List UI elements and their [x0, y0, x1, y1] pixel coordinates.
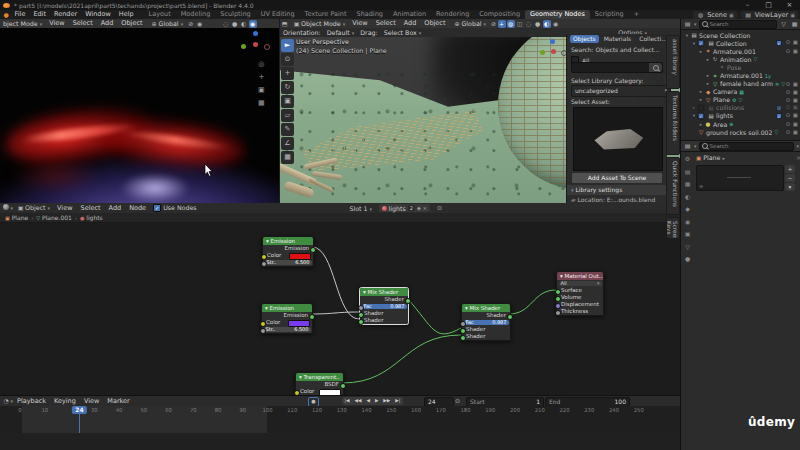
val-input[interactable]: Str..6.500	[265, 260, 312, 265]
visibility-eye-icon[interactable]: ⊙	[786, 97, 791, 103]
visibility-eye-icon[interactable]: ⊙	[786, 121, 791, 127]
prev-keyframe-button[interactable]: ◀◀	[352, 397, 364, 405]
transform-orientation-dropdown[interactable]: ⊕Global ▾	[150, 20, 184, 28]
properties-editor[interactable]: ▤▾ Search ▾ ⚙▤▦◐◆◉▣▽● ▣ Plane ▸ × ⊕ +−▾	[680, 140, 800, 450]
timeline-menu-playback[interactable]: Playback	[13, 397, 50, 406]
dropdown[interactable]: All▾	[559, 281, 602, 286]
mix-shader-node-2[interactable]: ▾ Mix ShaderShaderFac0.987ShaderShader	[461, 303, 511, 341]
world-tab-icon[interactable]: ◉	[682, 218, 693, 225]
expand-caret[interactable]: ▾	[691, 113, 697, 118]
annotate-tool[interactable]: ✎	[281, 123, 294, 136]
minimize-button[interactable]: –	[737, 0, 758, 10]
transparent-bsdf-node[interactable]: ▾ Transparent..BSDFColor	[295, 372, 344, 395]
properties-editor-icon[interactable]: ▤	[684, 142, 692, 150]
outliner-item-label[interactable]: collisions	[716, 104, 744, 111]
viewport-menu-select[interactable]: Select	[69, 19, 97, 28]
properties-options-icon[interactable]: ▾	[796, 143, 799, 149]
sidebar-tab-asset-library[interactable]: asset library	[666, 35, 680, 89]
render-camera-icon[interactable]: ▣	[793, 112, 798, 120]
wireframe-shading-icon[interactable]: ◌	[525, 20, 533, 28]
cursor-tool[interactable]: ⊙	[281, 53, 294, 66]
rotate-tool[interactable]: ↻	[281, 81, 294, 94]
snap-magnet-icon[interactable]: ⊘	[187, 20, 195, 28]
sidebar-tab-quick-functions[interactable]: Quick Functions	[666, 157, 680, 215]
solid-shading-icon[interactable]: ●	[534, 20, 542, 28]
menu-edit[interactable]: Edit	[29, 10, 50, 19]
slot-add-button[interactable]: +	[785, 165, 795, 173]
asset-thumbnail[interactable]	[573, 107, 663, 171]
keying-set-icon[interactable]: ⊙	[454, 397, 462, 405]
expand-caret[interactable]: ▾	[691, 41, 697, 46]
mix-shader-node-1[interactable]: ▾ Mix ShaderShaderFac0.987ShaderShader	[359, 287, 409, 325]
outliner-row-collection[interactable]: ▾✓▤Collection✓⊙▣	[681, 39, 800, 47]
node-title[interactable]: ▾ Mix Shader	[462, 304, 510, 312]
outliner-editor-icon[interactable]: ▤	[684, 20, 692, 28]
output-tab-icon[interactable]: ▦	[682, 180, 693, 187]
maximize-button[interactable]: □	[758, 0, 779, 10]
search-icon[interactable]	[649, 63, 662, 72]
scene-tab-icon[interactable]: ◆	[682, 205, 693, 212]
workspace-tab-scripting[interactable]: Scripting	[590, 10, 629, 19]
selectable-checkbox[interactable]: ✓	[776, 113, 782, 119]
add-asset-button[interactable]: Add Asset To Scene	[571, 172, 663, 184]
asset-tab-objects[interactable]: Objects	[570, 35, 599, 43]
library-settings-header[interactable]: ▾ Library settings	[567, 185, 671, 195]
visibility-eye-icon[interactable]: ⊙	[786, 129, 791, 135]
navigation-gizmo[interactable]	[238, 31, 274, 57]
visibility-eye-icon[interactable]: ⊙	[786, 112, 791, 120]
current-frame-badge[interactable]: 24	[72, 406, 86, 414]
outliner-row-collisions[interactable]: ▸▤collisions✓⊙▣	[681, 104, 800, 112]
workspace-tab-geometry-nodes[interactable]: Geometry Nodes	[525, 10, 590, 19]
slot-remove-button[interactable]: −	[785, 174, 795, 182]
material-tab-icon[interactable]: ●	[682, 255, 693, 262]
xray-icon[interactable]: ◫	[516, 20, 524, 28]
show-gizmo-icon[interactable]: +	[498, 20, 506, 28]
properties-search-input[interactable]: Search	[699, 142, 795, 151]
viewport-menu-add[interactable]: Add	[400, 19, 421, 28]
outliner-item-label[interactable]: Collection	[716, 40, 747, 47]
asset-tab-materials[interactable]: Materials	[601, 35, 635, 43]
node-title[interactable]: ▾ Emission	[263, 237, 313, 245]
editor-type-icon[interactable]: ⬒	[281, 20, 289, 28]
visibility-eye-icon[interactable]: ⊙	[786, 89, 791, 95]
mode-dropdown[interactable]: bject Mode ▾	[3, 20, 42, 27]
viewport-menu-select[interactable]: Select	[372, 19, 400, 28]
selectable-checkbox[interactable]: ✓	[776, 40, 782, 46]
workspace-tab-texture-paint[interactable]: Texture Paint	[300, 10, 352, 19]
input-socket[interactable]	[261, 261, 267, 267]
visibility-eye-icon[interactable]: ⊙	[786, 104, 791, 112]
outliner-row-pose[interactable]: ✦Pose	[681, 63, 800, 71]
jump-to-end-button[interactable]: ▶|	[393, 397, 403, 405]
material-output-node[interactable]: ▾ Material Out...All▾SurfaceVolumeDispla…	[556, 271, 604, 316]
outliner-item-label[interactable]: lights	[716, 112, 733, 119]
collection-checkbox[interactable]	[698, 105, 704, 111]
navigation-gizmo[interactable]	[538, 39, 568, 61]
selectable-checkbox[interactable]: ✓	[776, 105, 782, 111]
input-socket[interactable]	[260, 328, 266, 334]
timeline-menu-marker[interactable]: Marker	[103, 397, 133, 406]
workspace-tab-layout[interactable]: Layout	[144, 10, 176, 19]
outliner-item-label[interactable]: Area	[713, 121, 727, 128]
emission-node-1[interactable]: ▾ EmissionEmissionColorStr..6.500	[262, 236, 314, 267]
material-shading-icon[interactable]: ◐	[543, 20, 551, 28]
outliner-row-ground-rocks-soil-002[interactable]: ▽ground rocks soil.002▽⊙▣	[681, 128, 800, 136]
render-camera-icon[interactable]: ▣	[793, 48, 798, 54]
object-tab-icon[interactable]: ▣	[682, 230, 693, 237]
filter-icon[interactable]: ▽	[780, 20, 788, 28]
render-camera-icon[interactable]: ▣	[793, 89, 798, 95]
render-camera-icon[interactable]: ▣	[793, 121, 798, 127]
viewport-menu-object[interactable]: Object	[117, 19, 146, 28]
viewlayer-selector[interactable]: ▤ ViewLayer ▣	[741, 11, 798, 19]
move-tool[interactable]: +	[281, 67, 294, 80]
timeline-editor-icon[interactable]: ◔	[2, 397, 10, 405]
visibility-eye-icon[interactable]: ⊙	[786, 48, 791, 54]
scene-new-icon[interactable]: ▣	[729, 12, 734, 18]
outliner-row-armature-001[interactable]: ▸✦Armature.0011y	[681, 71, 800, 79]
fac-input[interactable]: Fac0.987	[464, 320, 509, 325]
wireframe-shading-icon[interactable]: ◌	[222, 20, 230, 28]
data-tab-icon[interactable]: ▽	[682, 243, 693, 250]
outliner[interactable]: ▤▾ Search ▽ ▦ ▾▤Scene Collection▾✓▤Colle…	[680, 19, 800, 140]
outliner-row-animation[interactable]: ▸↻Animation▽	[681, 55, 800, 63]
outliner-item-label[interactable]: Scene Collection	[699, 32, 750, 39]
outliner-row-armature-001[interactable]: ▸✦Armature.001⊙▣	[681, 47, 800, 55]
